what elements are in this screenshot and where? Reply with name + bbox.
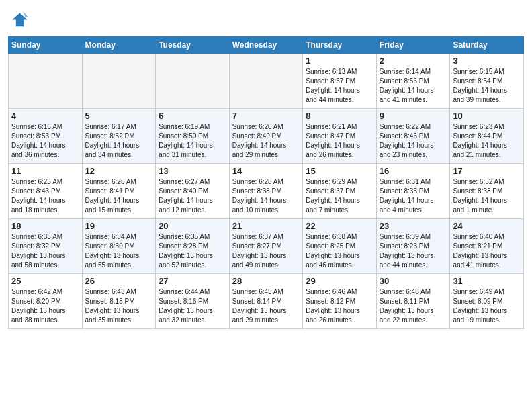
day-number: 24 — [453, 221, 521, 231]
day-cell: 11Sunrise: 6:25 AM Sunset: 8:43 PM Dayli… — [9, 164, 83, 219]
day-cell: 31Sunrise: 6:49 AM Sunset: 8:09 PM Dayli… — [450, 274, 524, 329]
weekday-header-monday: Monday — [82, 37, 156, 54]
week-row-1: 1Sunrise: 6:13 AM Sunset: 8:57 PM Daylig… — [9, 54, 524, 109]
page-container: SundayMondayTuesdayWednesdayThursdayFrid… — [0, 0, 532, 334]
day-cell: 13Sunrise: 6:27 AM Sunset: 8:40 PM Dayli… — [156, 164, 230, 219]
day-info: Sunrise: 6:25 AM Sunset: 8:43 PM Dayligh… — [11, 177, 79, 215]
day-cell: 7Sunrise: 6:20 AM Sunset: 8:49 PM Daylig… — [229, 109, 303, 164]
week-row-3: 11Sunrise: 6:25 AM Sunset: 8:43 PM Dayli… — [9, 164, 524, 219]
day-info: Sunrise: 6:14 AM Sunset: 8:56 PM Dayligh… — [380, 67, 447, 105]
day-info: Sunrise: 6:22 AM Sunset: 8:46 PM Dayligh… — [380, 122, 447, 160]
day-number: 6 — [159, 111, 226, 121]
day-number: 11 — [11, 166, 79, 176]
day-info: Sunrise: 6:15 AM Sunset: 8:54 PM Dayligh… — [453, 67, 521, 105]
day-number: 8 — [306, 111, 373, 121]
day-cell: 16Sunrise: 6:31 AM Sunset: 8:35 PM Dayli… — [376, 164, 450, 219]
day-info: Sunrise: 6:43 AM Sunset: 8:18 PM Dayligh… — [85, 287, 153, 325]
day-number: 15 — [306, 166, 373, 176]
day-cell: 29Sunrise: 6:46 AM Sunset: 8:12 PM Dayli… — [303, 274, 377, 329]
day-number: 1 — [306, 56, 373, 66]
day-info: Sunrise: 6:45 AM Sunset: 8:14 PM Dayligh… — [232, 287, 300, 325]
day-number: 19 — [85, 221, 153, 231]
day-cell — [229, 54, 303, 109]
weekday-header-thursday: Thursday — [303, 37, 377, 54]
day-cell: 12Sunrise: 6:26 AM Sunset: 8:41 PM Dayli… — [82, 164, 156, 219]
day-cell: 10Sunrise: 6:23 AM Sunset: 8:44 PM Dayli… — [450, 109, 524, 164]
day-info: Sunrise: 6:23 AM Sunset: 8:44 PM Dayligh… — [453, 122, 521, 160]
day-number: 7 — [232, 111, 300, 121]
week-row-4: 18Sunrise: 6:33 AM Sunset: 8:32 PM Dayli… — [9, 219, 524, 274]
day-number: 23 — [380, 221, 447, 231]
day-number: 4 — [11, 111, 79, 121]
day-number: 16 — [380, 166, 447, 176]
day-info: Sunrise: 6:37 AM Sunset: 8:27 PM Dayligh… — [232, 232, 300, 270]
day-cell: 2Sunrise: 6:14 AM Sunset: 8:56 PM Daylig… — [376, 54, 450, 109]
day-cell: 19Sunrise: 6:34 AM Sunset: 8:30 PM Dayli… — [82, 219, 156, 274]
day-info: Sunrise: 6:21 AM Sunset: 8:47 PM Dayligh… — [306, 122, 373, 160]
day-number: 2 — [380, 56, 447, 66]
weekday-header-row: SundayMondayTuesdayWednesdayThursdayFrid… — [9, 37, 524, 54]
logo-icon — [9, 9, 28, 28]
day-number: 26 — [85, 276, 153, 286]
day-cell: 9Sunrise: 6:22 AM Sunset: 8:46 PM Daylig… — [376, 109, 450, 164]
day-info: Sunrise: 6:29 AM Sunset: 8:37 PM Dayligh… — [306, 177, 373, 215]
day-info: Sunrise: 6:46 AM Sunset: 8:12 PM Dayligh… — [306, 287, 373, 325]
day-info: Sunrise: 6:17 AM Sunset: 8:52 PM Dayligh… — [85, 122, 153, 160]
day-info: Sunrise: 6:20 AM Sunset: 8:49 PM Dayligh… — [232, 122, 300, 160]
day-cell: 15Sunrise: 6:29 AM Sunset: 8:37 PM Dayli… — [303, 164, 377, 219]
day-number: 27 — [159, 276, 226, 286]
day-cell: 20Sunrise: 6:35 AM Sunset: 8:28 PM Dayli… — [156, 219, 230, 274]
weekday-header-wednesday: Wednesday — [229, 37, 303, 54]
header — [8, 7, 524, 31]
day-cell: 17Sunrise: 6:32 AM Sunset: 8:33 PM Dayli… — [450, 164, 524, 219]
weekday-header-tuesday: Tuesday — [156, 37, 230, 54]
day-number: 28 — [232, 276, 300, 286]
day-info: Sunrise: 6:40 AM Sunset: 8:21 PM Dayligh… — [453, 232, 521, 270]
day-number: 22 — [306, 221, 373, 231]
day-number: 17 — [453, 166, 521, 176]
day-cell: 18Sunrise: 6:33 AM Sunset: 8:32 PM Dayli… — [9, 219, 83, 274]
day-info: Sunrise: 6:19 AM Sunset: 8:50 PM Dayligh… — [159, 122, 226, 160]
day-number: 31 — [453, 276, 521, 286]
day-number: 29 — [306, 276, 373, 286]
logo — [8, 9, 31, 31]
day-cell: 3Sunrise: 6:15 AM Sunset: 8:54 PM Daylig… — [450, 54, 524, 109]
day-number: 9 — [380, 111, 447, 121]
day-cell: 1Sunrise: 6:13 AM Sunset: 8:57 PM Daylig… — [303, 54, 377, 109]
weekday-header-friday: Friday — [376, 37, 450, 54]
weekday-header-sunday: Sunday — [9, 37, 83, 54]
calendar-table: SundayMondayTuesdayWednesdayThursdayFrid… — [8, 36, 524, 329]
day-number: 13 — [159, 166, 226, 176]
day-cell: 24Sunrise: 6:40 AM Sunset: 8:21 PM Dayli… — [450, 219, 524, 274]
day-info: Sunrise: 6:31 AM Sunset: 8:35 PM Dayligh… — [380, 177, 447, 215]
day-cell: 5Sunrise: 6:17 AM Sunset: 8:52 PM Daylig… — [82, 109, 156, 164]
day-cell: 23Sunrise: 6:39 AM Sunset: 8:23 PM Dayli… — [376, 219, 450, 274]
day-info: Sunrise: 6:13 AM Sunset: 8:57 PM Dayligh… — [306, 67, 373, 105]
day-info: Sunrise: 6:44 AM Sunset: 8:16 PM Dayligh… — [159, 287, 226, 325]
day-info: Sunrise: 6:38 AM Sunset: 8:25 PM Dayligh… — [306, 232, 373, 270]
day-number: 18 — [11, 221, 79, 231]
day-info: Sunrise: 6:48 AM Sunset: 8:11 PM Dayligh… — [380, 287, 447, 325]
day-number: 10 — [453, 111, 521, 121]
day-info: Sunrise: 6:42 AM Sunset: 8:20 PM Dayligh… — [11, 287, 79, 325]
day-cell — [156, 54, 230, 109]
day-cell — [9, 54, 83, 109]
day-number: 30 — [380, 276, 447, 286]
day-number: 25 — [11, 276, 79, 286]
day-cell: 26Sunrise: 6:43 AM Sunset: 8:18 PM Dayli… — [82, 274, 156, 329]
day-cell: 27Sunrise: 6:44 AM Sunset: 8:16 PM Dayli… — [156, 274, 230, 329]
day-number: 14 — [232, 166, 300, 176]
day-cell: 21Sunrise: 6:37 AM Sunset: 8:27 PM Dayli… — [229, 219, 303, 274]
day-cell: 6Sunrise: 6:19 AM Sunset: 8:50 PM Daylig… — [156, 109, 230, 164]
day-number: 20 — [159, 221, 226, 231]
day-cell: 4Sunrise: 6:16 AM Sunset: 8:53 PM Daylig… — [9, 109, 83, 164]
day-cell: 30Sunrise: 6:48 AM Sunset: 8:11 PM Dayli… — [376, 274, 450, 329]
day-info: Sunrise: 6:49 AM Sunset: 8:09 PM Dayligh… — [453, 287, 521, 325]
svg-marker-1 — [23, 11, 28, 17]
day-cell: 28Sunrise: 6:45 AM Sunset: 8:14 PM Dayli… — [229, 274, 303, 329]
day-info: Sunrise: 6:39 AM Sunset: 8:23 PM Dayligh… — [380, 232, 447, 270]
day-info: Sunrise: 6:35 AM Sunset: 8:28 PM Dayligh… — [159, 232, 226, 270]
day-cell: 22Sunrise: 6:38 AM Sunset: 8:25 PM Dayli… — [303, 219, 377, 274]
week-row-2: 4Sunrise: 6:16 AM Sunset: 8:53 PM Daylig… — [9, 109, 524, 164]
day-cell: 25Sunrise: 6:42 AM Sunset: 8:20 PM Dayli… — [9, 274, 83, 329]
